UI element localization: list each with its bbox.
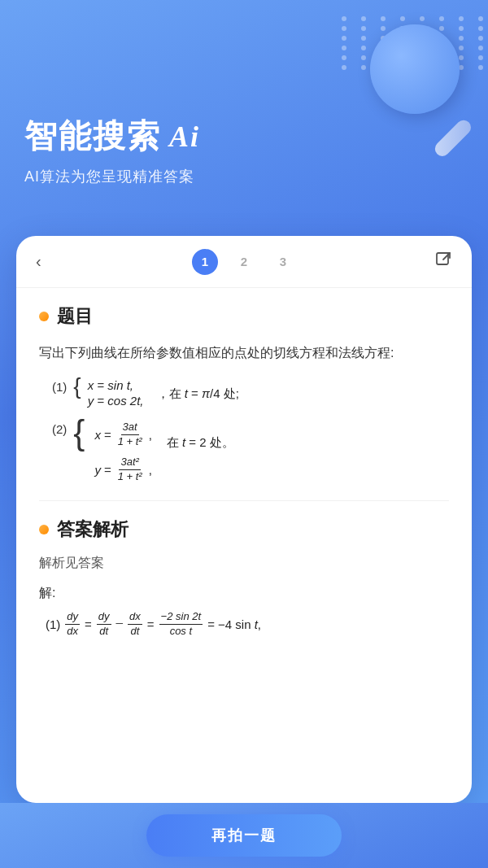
problem-1-eq2: y = cos 2t,: [88, 394, 144, 408]
problem-2-condition: 在 t = 2 处。: [167, 435, 234, 451]
answer-note: 解析见答案: [39, 555, 449, 572]
answer-title: 答案解析: [57, 517, 129, 542]
answer-dot: [39, 525, 49, 534]
problem-1-system: x = sin t, y = cos 2t,: [88, 378, 144, 408]
bottom-bar: 再拍一题: [0, 803, 488, 868]
card-nav: ‹ 1 2 3: [16, 236, 472, 288]
ai-badge: Ai: [169, 120, 200, 154]
problem-1-eq1: x = sin t,: [88, 378, 144, 392]
page-navigation: 1 2 3: [192, 249, 296, 275]
problem-description: 写出下列曲线在所给参数值相应的点处的切线方程和法线方程:: [39, 342, 449, 364]
header-content: 智能搜索 Ai AI算法为您呈现精准答案: [24, 114, 200, 186]
answer-section-header: 答案解析: [39, 517, 449, 542]
problem-1-brace: {: [73, 375, 81, 398]
problem-2-brace: {: [73, 417, 85, 448]
problem-dot: [39, 312, 49, 321]
magnifier-icon: [342, 16, 472, 146]
page-3-button[interactable]: 3: [270, 249, 296, 275]
problem-2-line: (2) { x = 3at1 + t² , y = 3at²1 + t² ,: [52, 421, 449, 484]
main-title: 智能搜索 Ai: [24, 114, 200, 159]
retake-button[interactable]: 再拍一题: [146, 814, 342, 857]
problem-section-header: 题目: [39, 304, 449, 329]
main-card: ‹ 1 2 3 题目 写出下列曲线在所给参数值相应的点处的切线方程和法线方程: …: [16, 236, 472, 803]
solution-1: (1) dydx = dy dt ─ dx dt = −2 sin 2t cos…: [46, 610, 449, 639]
problem-1-line: (1) { x = sin t, y = cos 2t, ，在 t = π/4 …: [52, 378, 449, 408]
problem-1-condition: ，在 t = π/4 处;: [157, 386, 239, 402]
back-button[interactable]: ‹: [36, 252, 41, 271]
svg-rect-0: [437, 253, 448, 264]
problem-2-system: x = 3at1 + t² , y = 3at²1 + t² ,: [94, 421, 151, 484]
problem-2-label: (2): [52, 421, 67, 436]
problem-title: 题目: [57, 304, 93, 329]
share-button[interactable]: [434, 251, 452, 273]
title-text: 智能搜索: [24, 114, 161, 159]
section-divider: [39, 500, 449, 501]
solution-label: 解:: [39, 585, 449, 602]
problem-1-label: (1): [52, 378, 67, 394]
page-2-button[interactable]: 2: [231, 249, 257, 275]
problem-2: (2) { x = 3at1 + t² , y = 3at²1 + t² ,: [52, 421, 449, 484]
card-body: 题目 写出下列曲线在所给参数值相应的点处的切线方程和法线方程: (1) { x …: [16, 288, 472, 798]
problem-1: (1) { x = sin t, y = cos 2t, ，在 t = π/4 …: [52, 378, 449, 408]
ai-label: Ai: [169, 120, 200, 153]
page-1-button[interactable]: 1: [192, 249, 218, 275]
subtitle: AI算法为您呈现精准答案: [24, 167, 200, 186]
